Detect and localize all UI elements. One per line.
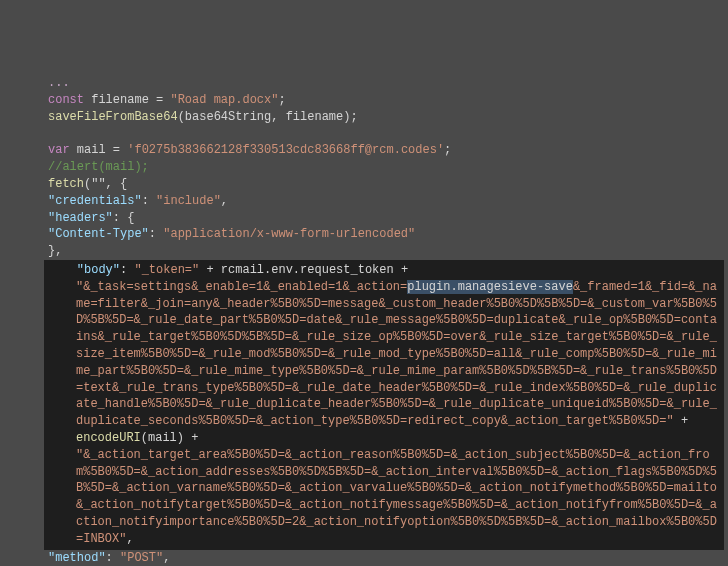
fn-encodeuri: encodeURI: [76, 431, 141, 445]
keyword-var: var: [48, 143, 70, 157]
keyword-const: const: [48, 93, 84, 107]
highlighted-code-block: "body": "_token=" + rcmail.env.request_t…: [44, 260, 724, 550]
comment-alert-mail: //alert(mail);: [48, 160, 149, 174]
ellipsis-top: ...: [48, 76, 70, 90]
code-editor[interactable]: ... const filename = "Road map.docx"; sa…: [48, 75, 720, 566]
fn-fetch: fetch: [48, 177, 84, 191]
body-querystring-1: "&_task=settings&_enable=1&_enabled=1&_a…: [76, 280, 407, 294]
body-querystring-2: "&_action_target_area%5B0%5D=&_action_re…: [76, 448, 717, 546]
filename-string: "Road map.docx": [170, 93, 278, 107]
fn-savefile: saveFileFromBase64: [48, 110, 178, 124]
mail-string: 'f0275b383662128f330513cdc83668ff@rcm.co…: [127, 143, 444, 157]
selected-text: plugin.managesieve-save: [407, 280, 573, 294]
